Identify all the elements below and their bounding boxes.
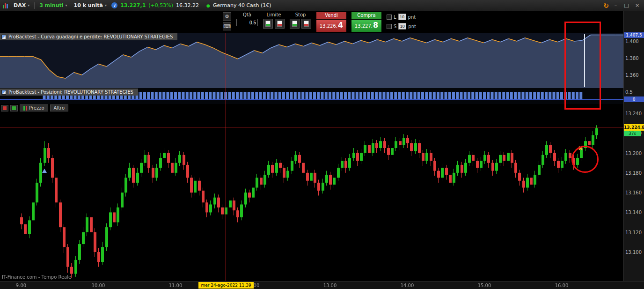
sell-price: 13.226,	[320, 23, 337, 29]
red-chart-icon[interactable]	[1, 105, 8, 111]
green-square-icon	[12, 106, 16, 110]
divider	[34, 2, 35, 9]
red-square-icon	[3, 106, 7, 110]
stop-buy-button[interactable]	[290, 19, 300, 29]
buy-header-button[interactable]: Compra	[351, 12, 381, 19]
keyboard-button[interactable]: ⌨	[223, 22, 231, 30]
refresh-icon[interactable]: ↻	[603, 2, 609, 9]
buy-group: Compra 13.227, 8	[351, 12, 381, 32]
cursor-price-badge: 13.224,8	[624, 124, 644, 131]
tab-altro[interactable]: Altro	[50, 104, 69, 111]
positions-panel: ProBacktest - Posizioni: REVOLUTIONARY S…	[0, 88, 623, 104]
limit-stop-points-group: L pnt S pnt	[387, 12, 416, 30]
price-axis-label: 13.100	[625, 250, 642, 255]
equity-axis-label: 1.360	[625, 73, 639, 78]
price-axis-label: 13.160	[625, 190, 642, 195]
positions-title-label: ProBacktest - Posizioni: REVOLUTIONARY S…	[8, 89, 133, 95]
trading-platform-window: DAX ▾ 3 minuti ▾ 10 k unità ▾ i 13.227,1…	[0, 0, 644, 289]
equity-title-label: ProBacktest - Curva guadagni e perdite: …	[8, 34, 173, 39]
chart-toolbar: Prezzo Altro	[1, 104, 68, 111]
stop-group: Stop	[290, 12, 311, 29]
limit-sell-button[interactable]	[275, 19, 285, 29]
buy-price: 13.227,	[355, 23, 373, 29]
annotation-circle[interactable]	[571, 146, 599, 173]
chevron-down-icon: ▾	[28, 3, 29, 7]
sell-header-button[interactable]: Vendi	[316, 12, 346, 19]
order-tools: ⚙ ⌨	[223, 12, 231, 30]
instrument-name: Germany 40 Cash (1€)	[213, 2, 271, 8]
close-button[interactable]: ×	[633, 1, 641, 10]
short-points-input[interactable]	[398, 23, 406, 30]
buy-order-icon	[265, 21, 271, 27]
symbol-dropdown[interactable]: DAX ▾	[12, 1, 31, 9]
price-axis-label: 13.120	[625, 230, 642, 235]
buy-price-button[interactable]: 13.227, 8	[351, 20, 381, 32]
time-axis-label: 14.00	[401, 283, 414, 288]
order-panel: ⚙ ⌨ Qtà Limite Stop Vendi 13.226, 4	[223, 12, 416, 32]
long-checkbox[interactable]	[387, 15, 392, 20]
info-icon[interactable]: i	[111, 2, 117, 8]
quantity-group: Qtà	[236, 12, 258, 26]
sell-order-icon	[277, 21, 282, 27]
watermark: IT-Finance.com - Tempo Reale	[2, 274, 71, 280]
units-label: 10 k unità	[74, 2, 103, 8]
buy-marker-icon	[42, 169, 47, 173]
quantity-label: Qtà	[243, 12, 251, 17]
price-chart[interactable]: ✖ IT-Finance.com - Tempo Reale	[0, 111, 623, 281]
short-label: S	[394, 24, 396, 29]
positions-zero-badge: 0	[624, 96, 644, 102]
price-axis-label: 13.180	[625, 170, 642, 176]
limit-label: Limite	[267, 12, 281, 17]
units-dropdown[interactable]: 10 k unità ▾	[72, 1, 109, 9]
candle-countdown-badge: 37s	[624, 131, 641, 136]
probacktest-icon	[1, 35, 6, 39]
equity-axis-label: 1.400	[625, 39, 639, 44]
candlestick-icon	[23, 106, 27, 111]
equity-chart-canvas[interactable]	[0, 33, 623, 88]
sell-price-decimal: 4	[338, 21, 343, 30]
price-axis[interactable]: 1.4001.3801.3601.407,50,5013.24013.22013…	[623, 11, 644, 281]
positions-panel-title[interactable]: ProBacktest - Posizioni: REVOLUTIONARY S…	[0, 89, 138, 96]
minimize-button[interactable]: –	[612, 1, 620, 10]
time-axis-label: 11.00	[169, 283, 183, 288]
equity-panel-title[interactable]: ProBacktest - Curva guadagni e perdite: …	[0, 33, 177, 40]
long-points-input[interactable]	[398, 14, 406, 20]
stop-sell-button[interactable]	[301, 19, 311, 29]
time-axis-label: 9.00	[16, 283, 26, 288]
limit-group: Limite	[263, 12, 285, 29]
quantity-input[interactable]	[236, 19, 258, 26]
timeframe-dropdown[interactable]: 3 minuti ▾	[37, 1, 69, 9]
tab-prezzo[interactable]: Prezzo	[20, 104, 48, 111]
wrench-icon: ⚙	[225, 14, 229, 20]
app-logo-icon	[3, 3, 8, 8]
timeframe-label: 3 minuti	[39, 2, 63, 8]
connection-status-icon: ●	[206, 3, 210, 8]
short-unit: pnt	[408, 24, 416, 29]
limit-buy-button[interactable]	[263, 19, 273, 29]
chevron-down-icon: ▾	[66, 3, 67, 7]
time-axis[interactable]: mer 24-ago-2022 11.39 9.0010.0011.0012.0…	[0, 281, 644, 289]
topbar: DAX ▾ 3 minuti ▾ 10 k unità ▾ i 13.227,1…	[0, 0, 644, 11]
chevron-down-icon: ▾	[105, 3, 107, 7]
price-axis-label: 13.140	[625, 210, 642, 215]
cursor-time-badge: mer 24-ago-2022 11.39	[198, 282, 254, 289]
order-settings-button[interactable]: ⚙	[223, 12, 231, 21]
equity-axis-label: 1.380	[625, 56, 639, 61]
maximize-button[interactable]: □	[622, 1, 630, 10]
last-price: 13.227,1	[120, 2, 146, 8]
time-axis-label: 10.00	[92, 283, 105, 288]
quote-time: 16.32.22	[176, 2, 199, 8]
time-axis-label: 13.00	[323, 283, 337, 288]
time-axis-label: 15.00	[478, 283, 491, 288]
keyboard-icon: ⌨	[223, 23, 231, 30]
candlestick-canvas[interactable]	[0, 111, 623, 281]
annotation-rectangle[interactable]	[564, 22, 601, 110]
short-checkbox[interactable]	[387, 24, 392, 29]
buy-order-icon	[292, 21, 297, 27]
stop-label: Stop	[295, 12, 306, 17]
price-axis-label: 13.240	[625, 111, 642, 116]
symbol-label: DAX	[14, 2, 26, 8]
green-chart-icon[interactable]	[10, 105, 18, 111]
equity-current-value-badge: 1.407,5	[624, 32, 644, 38]
sell-price-button[interactable]: 13.226, 4	[316, 20, 346, 32]
